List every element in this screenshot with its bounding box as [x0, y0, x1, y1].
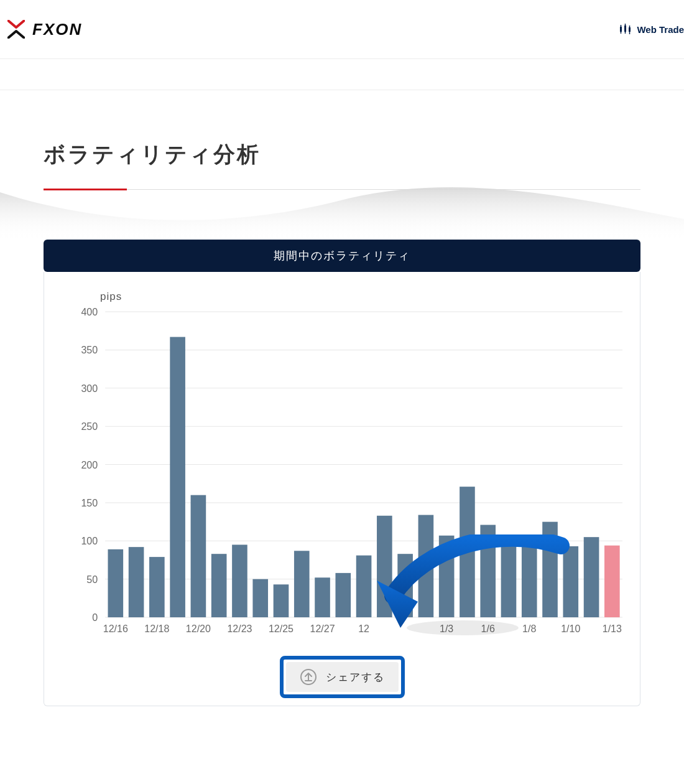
chart-bar[interactable]	[480, 525, 496, 618]
wave-decoration	[0, 190, 684, 240]
chart-bar[interactable]	[439, 536, 455, 617]
svg-text:1/13: 1/13	[603, 623, 622, 634]
share-button-wrap: シェアする	[55, 656, 629, 698]
y-axis-unit: pips	[55, 291, 629, 303]
web-trade-label: Web Trade	[637, 24, 684, 35]
svg-text:1/6: 1/6	[481, 623, 495, 634]
svg-text:150: 150	[81, 497, 98, 508]
brand-logo[interactable]: FXON	[7, 20, 82, 39]
page-title: ボラティリティ分析	[44, 140, 640, 169]
chart-bar[interactable]	[211, 554, 227, 617]
svg-text:12/16: 12/16	[103, 623, 128, 634]
chart-bar[interactable]	[522, 546, 537, 617]
svg-text:0: 0	[92, 612, 98, 623]
chart-container: pips 05010015020025030035040012/1612/181…	[55, 291, 629, 642]
svg-text:300: 300	[81, 383, 98, 394]
chart-bar[interactable]	[274, 584, 289, 617]
chart-bar[interactable]	[108, 549, 124, 617]
chart-bar[interactable]	[191, 495, 206, 617]
chart-bar[interactable]	[563, 546, 578, 617]
brand-mark-icon	[7, 20, 25, 39]
chart-bar[interactable]	[252, 579, 268, 617]
svg-text:1/3: 1/3	[440, 623, 453, 634]
chart-bar[interactable]	[604, 546, 620, 617]
chart-bar[interactable]	[315, 577, 330, 617]
svg-text:400: 400	[81, 306, 98, 317]
candlestick-icon	[619, 24, 632, 35]
chart-bar[interactable]	[397, 554, 413, 617]
header-right: Web Trade	[619, 24, 684, 35]
svg-text:1/8: 1/8	[522, 623, 536, 634]
brand-text: FXON	[32, 20, 82, 39]
chart-bar[interactable]	[294, 551, 310, 617]
chart-bar[interactable]	[170, 337, 185, 618]
svg-text:12/20: 12/20	[186, 623, 211, 634]
chart-bar[interactable]	[501, 544, 517, 617]
svg-text:12/25: 12/25	[269, 623, 293, 634]
chart-bar[interactable]	[129, 547, 144, 617]
panel-header: 期間中のボラティリティ	[44, 240, 640, 272]
svg-text:12/23: 12/23	[227, 623, 252, 634]
chart-bar[interactable]	[377, 516, 392, 617]
sub-header-spacer	[0, 59, 684, 90]
share-label: シェアする	[326, 670, 385, 684]
svg-text:1/10: 1/10	[561, 623, 580, 634]
svg-text:12/18: 12/18	[144, 623, 169, 634]
web-trade-link[interactable]: Web Trade	[619, 24, 684, 35]
panel-body: pips 05010015020025030035040012/1612/181…	[44, 272, 640, 706]
svg-text:50: 50	[86, 574, 98, 585]
title-section: ボラティリティ分析	[0, 90, 684, 190]
svg-text:12/27: 12/27	[310, 623, 335, 634]
chart-bar[interactable]	[584, 537, 599, 617]
top-header: FXON Web Trade	[0, 0, 684, 59]
chart-bar[interactable]	[460, 487, 475, 617]
share-upload-icon	[300, 668, 317, 686]
volatility-bar-chart: 05010015020025030035040012/1612/1812/201…	[55, 306, 629, 642]
svg-text:350: 350	[81, 344, 98, 355]
svg-text:250: 250	[81, 421, 98, 432]
svg-text:100: 100	[81, 535, 98, 546]
chart-bar[interactable]	[418, 515, 434, 618]
chart-bar[interactable]	[542, 522, 558, 617]
svg-text:12: 12	[358, 623, 369, 634]
chart-bar[interactable]	[356, 556, 372, 617]
chart-bar[interactable]	[335, 573, 351, 617]
chart-bar[interactable]	[149, 557, 165, 617]
svg-text:200: 200	[81, 459, 98, 470]
volatility-panel: 期間中のボラティリティ pips 05010015020025030035040…	[44, 240, 640, 706]
share-button[interactable]: シェアする	[286, 662, 399, 692]
chart-bar[interactable]	[232, 544, 247, 617]
share-highlight-frame: シェアする	[280, 656, 405, 698]
